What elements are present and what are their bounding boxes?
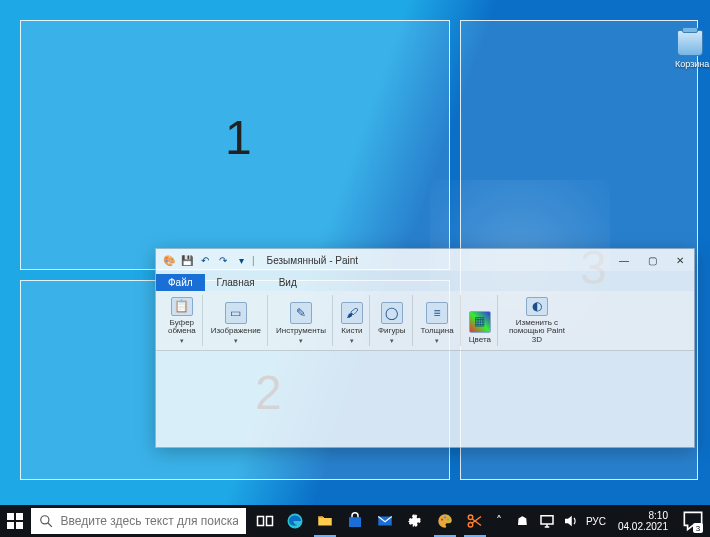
- chevron-down-icon: ▾: [234, 337, 238, 344]
- tab-view[interactable]: Вид: [267, 274, 309, 291]
- search-icon: [39, 514, 53, 528]
- qat-undo-icon[interactable]: ↶: [198, 253, 212, 267]
- taskbar-search[interactable]: [31, 508, 246, 534]
- taskbar-pinned-apps: [250, 505, 490, 537]
- volume-icon[interactable]: [562, 512, 580, 530]
- select-icon: ▭: [225, 302, 247, 324]
- pencil-icon: ✎: [290, 302, 312, 324]
- search-input[interactable]: [61, 514, 238, 528]
- svg-point-11: [441, 518, 443, 520]
- chevron-down-icon: ▾: [390, 337, 394, 344]
- paint-app-icon: 🎨: [162, 253, 176, 267]
- paint-app[interactable]: [430, 505, 460, 537]
- zone-label-1: 1: [225, 110, 252, 165]
- svg-rect-7: [266, 517, 272, 526]
- chevron-down-icon: ▾: [180, 337, 184, 344]
- explorer-app[interactable]: [310, 505, 340, 537]
- settings-app[interactable]: [400, 505, 430, 537]
- ribbon-shapes[interactable]: ◯ Фигуры ▾: [372, 295, 413, 346]
- recycle-bin[interactable]: Корзина: [675, 30, 705, 69]
- tab-home[interactable]: Главная: [205, 274, 267, 291]
- svg-point-13: [447, 518, 449, 520]
- qat-redo-icon[interactable]: ↷: [216, 253, 230, 267]
- paint-ribbon-tabs: Файл Главная Вид: [156, 271, 694, 291]
- svg-rect-3: [16, 522, 23, 529]
- start-button[interactable]: [0, 505, 31, 537]
- svg-rect-2: [7, 522, 14, 529]
- chevron-down-icon: ▾: [299, 337, 303, 344]
- network-icon[interactable]: [538, 512, 556, 530]
- store-icon: [346, 512, 364, 530]
- windows-logo-icon: [7, 513, 23, 529]
- ribbon-tools[interactable]: ✎ Инструменты ▾: [270, 295, 333, 346]
- scissors-icon: [466, 512, 484, 530]
- shapes-icon: ◯: [381, 302, 403, 324]
- paint-titlebar[interactable]: 🎨 💾 ↶ ↷ ▾ | Безымянный - Paint — ▢ ✕: [156, 249, 694, 271]
- svg-line-5: [47, 523, 51, 527]
- qat-customize-icon[interactable]: ▾: [234, 253, 248, 267]
- paint-canvas[interactable]: [156, 351, 694, 447]
- svg-rect-9: [349, 517, 361, 527]
- qat-save-icon[interactable]: 💾: [180, 253, 194, 267]
- tray-overflow-button[interactable]: ˄: [490, 512, 508, 530]
- task-view-button[interactable]: [250, 505, 280, 537]
- colors-icon: ▦: [469, 311, 491, 333]
- edge-app[interactable]: [280, 505, 310, 537]
- recycle-bin-label: Корзина: [675, 59, 705, 69]
- monitor-icon: [538, 512, 556, 530]
- minimize-button[interactable]: —: [610, 249, 638, 271]
- desktop: 1 2 3 Корзина 🎨 💾 ↶ ↷ ▾ | Безымянный - P…: [0, 0, 710, 537]
- chevron-down-icon: ▾: [435, 337, 439, 344]
- maximize-button[interactable]: ▢: [638, 249, 666, 271]
- clock-date: 04.02.2021: [618, 521, 668, 533]
- ribbon-image[interactable]: ▭ Изображение ▾: [205, 295, 268, 346]
- paint-title-text: Безымянный - Paint: [267, 255, 358, 266]
- mail-icon: [376, 512, 394, 530]
- action-center-button[interactable]: 3: [680, 505, 706, 537]
- svg-point-12: [444, 516, 446, 518]
- folder-icon: [316, 512, 334, 530]
- brush-icon: 🖌: [341, 302, 363, 324]
- svg-rect-16: [541, 516, 553, 524]
- paint-ribbon: 📋 Буферобмена ▾ ▭ Изображение ▾ ✎ Инстру…: [156, 291, 694, 351]
- ribbon-brushes[interactable]: 🖌 Кисти ▾: [335, 295, 370, 346]
- mail-app[interactable]: [370, 505, 400, 537]
- ribbon-paint3d[interactable]: ◐ Изменить спомощью Paint 3D: [500, 295, 574, 346]
- clipboard-icon: 📋: [171, 297, 193, 316]
- task-view-icon: [256, 512, 274, 530]
- store-app[interactable]: [340, 505, 370, 537]
- speaker-icon: [562, 512, 580, 530]
- ribbon-clipboard[interactable]: 📋 Буферобмена ▾: [162, 295, 203, 346]
- taskbar: ˄ ☗ РУС 8:10 04.02.2021 3: [0, 505, 710, 537]
- security-icon[interactable]: ☗: [514, 512, 532, 530]
- palette-icon: [436, 512, 454, 530]
- notification-badge: 3: [693, 523, 703, 533]
- tab-file[interactable]: Файл: [156, 274, 205, 291]
- edge-icon: [286, 512, 304, 530]
- recycle-bin-icon: [677, 30, 703, 56]
- paint3d-icon: ◐: [526, 297, 548, 316]
- gear-icon: [406, 512, 424, 530]
- svg-rect-6: [257, 517, 263, 526]
- paint-window[interactable]: 🎨 💾 ↶ ↷ ▾ | Безымянный - Paint — ▢ ✕ Фай…: [155, 248, 695, 448]
- line-weight-icon: ≡: [426, 302, 448, 324]
- chevron-down-icon: ▾: [350, 337, 354, 344]
- language-indicator[interactable]: РУС: [586, 512, 606, 530]
- svg-point-4: [40, 516, 48, 524]
- clock-time: 8:10: [618, 510, 668, 522]
- taskbar-clock[interactable]: 8:10 04.02.2021: [612, 510, 674, 533]
- system-tray: ˄ ☗ РУС 8:10 04.02.2021 3: [490, 505, 710, 537]
- snip-app[interactable]: [460, 505, 490, 537]
- svg-rect-1: [16, 513, 23, 520]
- svg-rect-0: [7, 513, 14, 520]
- close-button[interactable]: ✕: [666, 249, 694, 271]
- ribbon-colors[interactable]: ▦ Цвета: [463, 295, 498, 346]
- ribbon-size[interactable]: ≡ Толщина ▾: [415, 295, 461, 346]
